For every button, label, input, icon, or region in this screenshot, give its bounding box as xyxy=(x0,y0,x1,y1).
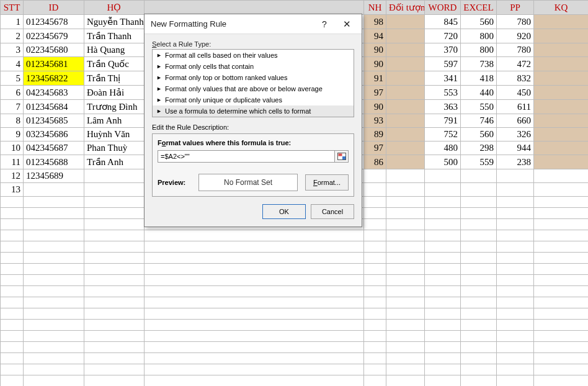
cell[interactable] xyxy=(1,219,24,230)
cell[interactable] xyxy=(497,286,534,297)
cell[interactable] xyxy=(425,353,461,364)
col-header-hq[interactable]: HỌ xyxy=(84,1,145,15)
cell[interactable]: 341 xyxy=(425,71,461,86)
cell[interactable] xyxy=(534,331,589,342)
col-header-dt[interactable]: Đối tượng xyxy=(386,1,425,15)
cell[interactable] xyxy=(534,43,589,57)
cell[interactable]: 845 xyxy=(425,15,461,29)
cell[interactable]: 780 xyxy=(497,15,534,29)
cell[interactable] xyxy=(84,331,145,342)
rule-type-item[interactable]: ►Use a formula to determine which cells … xyxy=(153,105,354,117)
cell[interactable]: 560 xyxy=(461,15,497,29)
cell[interactable] xyxy=(84,264,145,275)
cell[interactable] xyxy=(386,128,425,141)
cell[interactable] xyxy=(386,197,425,208)
cell[interactable] xyxy=(425,253,461,264)
cell[interactable] xyxy=(425,342,461,353)
rule-type-item[interactable]: ►Format all cells based on their values xyxy=(153,50,354,61)
cell[interactable]: 363 xyxy=(425,100,461,114)
cell[interactable] xyxy=(534,57,589,71)
cell[interactable] xyxy=(84,219,145,230)
cell[interactable] xyxy=(364,364,386,375)
cell[interactable] xyxy=(425,297,461,308)
cell[interactable] xyxy=(461,275,497,286)
cell[interactable]: 89 xyxy=(364,128,386,141)
cell[interactable] xyxy=(364,208,386,219)
cell[interactable] xyxy=(24,353,84,364)
cell[interactable]: 86 xyxy=(364,155,386,169)
cell[interactable] xyxy=(534,15,589,29)
cell[interactable] xyxy=(145,230,364,241)
cell[interactable]: 791 xyxy=(425,114,461,128)
cell[interactable] xyxy=(24,183,84,197)
cell[interactable] xyxy=(24,208,84,219)
cell[interactable]: 550 xyxy=(461,100,497,114)
cell[interactable]: 746 xyxy=(461,114,497,128)
cell[interactable] xyxy=(461,331,497,342)
col-header-id[interactable]: ID xyxy=(24,1,84,15)
cell[interactable] xyxy=(461,197,497,208)
cell[interactable] xyxy=(425,264,461,275)
cell[interactable]: 298 xyxy=(461,141,497,155)
cell[interactable] xyxy=(386,155,425,169)
cell[interactable]: 920 xyxy=(497,29,534,43)
cell[interactable] xyxy=(534,320,589,331)
cell[interactable]: 11 xyxy=(1,155,24,169)
cell[interactable]: 559 xyxy=(461,155,497,169)
cell[interactable]: Phan Thuỳ xyxy=(84,141,145,155)
cell[interactable] xyxy=(24,275,84,286)
cell[interactable] xyxy=(386,219,425,230)
cell[interactable] xyxy=(84,230,145,241)
cell[interactable] xyxy=(461,342,497,353)
cell[interactable] xyxy=(386,100,425,114)
cell[interactable]: 7 xyxy=(1,100,24,114)
cell[interactable] xyxy=(24,219,84,230)
cell[interactable] xyxy=(461,286,497,297)
cell[interactable] xyxy=(145,331,364,342)
cell[interactable] xyxy=(84,208,145,219)
cell[interactable] xyxy=(145,342,364,353)
cell[interactable]: 553 xyxy=(425,86,461,100)
col-header-word[interactable]: WORD xyxy=(425,1,461,15)
cell[interactable] xyxy=(461,169,497,183)
cell[interactable] xyxy=(461,183,497,197)
cell[interactable] xyxy=(84,342,145,353)
cell[interactable] xyxy=(534,342,589,353)
rule-type-item[interactable]: ►Format only cells that contain xyxy=(153,61,354,72)
cell[interactable] xyxy=(461,353,497,364)
cell[interactable] xyxy=(461,375,497,387)
cell[interactable]: Trần Anh xyxy=(84,155,145,169)
cell[interactable]: 123456822 xyxy=(24,71,84,86)
cell[interactable] xyxy=(534,208,589,219)
cell[interactable]: 6 xyxy=(1,86,24,100)
cell[interactable] xyxy=(497,297,534,308)
cell[interactable] xyxy=(1,320,24,331)
cell[interactable] xyxy=(386,353,425,364)
cell[interactable]: 032345686 xyxy=(24,128,84,141)
cell[interactable] xyxy=(84,353,145,364)
cell[interactable] xyxy=(497,275,534,286)
cell[interactable] xyxy=(84,320,145,331)
cell[interactable] xyxy=(84,197,145,208)
cell[interactable]: 98 xyxy=(364,15,386,29)
cell[interactable]: 440 xyxy=(461,86,497,100)
cell[interactable] xyxy=(364,219,386,230)
cell[interactable]: 90 xyxy=(364,57,386,71)
cell[interactable] xyxy=(145,375,364,387)
cell[interactable]: 012345678 xyxy=(24,15,84,29)
cell[interactable] xyxy=(497,375,534,387)
cell[interactable] xyxy=(84,297,145,308)
cell[interactable] xyxy=(145,264,364,275)
cell[interactable]: 832 xyxy=(497,71,534,86)
cell[interactable] xyxy=(1,230,24,241)
cell[interactable] xyxy=(425,183,461,197)
col-header-nh[interactable]: NH xyxy=(364,1,386,15)
cell[interactable]: 10 xyxy=(1,141,24,155)
cell[interactable] xyxy=(84,308,145,320)
cell[interactable] xyxy=(497,264,534,275)
cell[interactable]: 012345688 xyxy=(24,155,84,169)
cell[interactable]: 326 xyxy=(497,128,534,141)
cell[interactable]: Hà Quang xyxy=(84,43,145,57)
cell[interactable] xyxy=(145,308,364,320)
cell[interactable] xyxy=(84,183,145,197)
